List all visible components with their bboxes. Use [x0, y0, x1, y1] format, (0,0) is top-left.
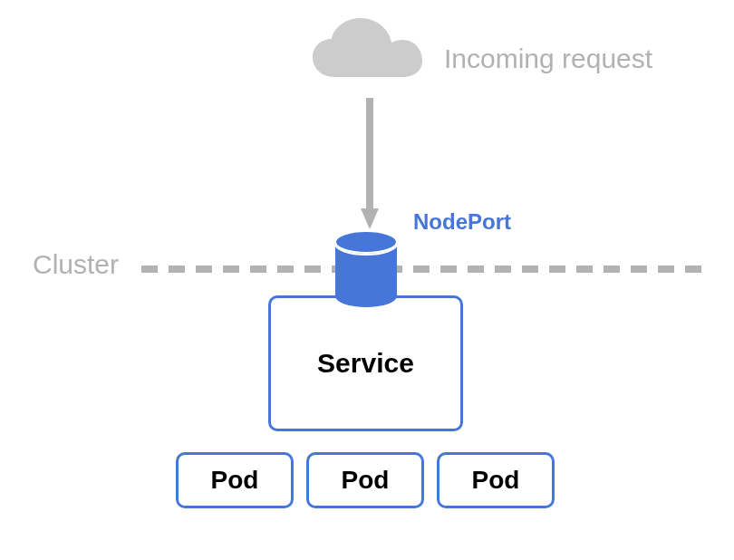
nodeport-label: NodePort: [413, 209, 511, 235]
nodeport-cylinder-icon: [333, 229, 399, 313]
service-label: Service: [317, 348, 414, 379]
pod-box: Pod: [437, 452, 555, 508]
incoming-request-label: Incoming request: [444, 43, 652, 74]
cloud-icon: [308, 14, 426, 99]
cluster-label: Cluster: [33, 249, 119, 280]
svg-marker-1: [361, 208, 379, 229]
pod-box: Pod: [176, 452, 294, 508]
pod-label: Pod: [472, 466, 520, 495]
service-box: Service: [268, 295, 463, 431]
pod-box: Pod: [306, 452, 424, 508]
pod-label: Pod: [211, 466, 259, 495]
cluster-boundary-line: [141, 266, 712, 273]
arrow-down-icon: [361, 98, 379, 233]
pod-label: Pod: [342, 466, 390, 495]
